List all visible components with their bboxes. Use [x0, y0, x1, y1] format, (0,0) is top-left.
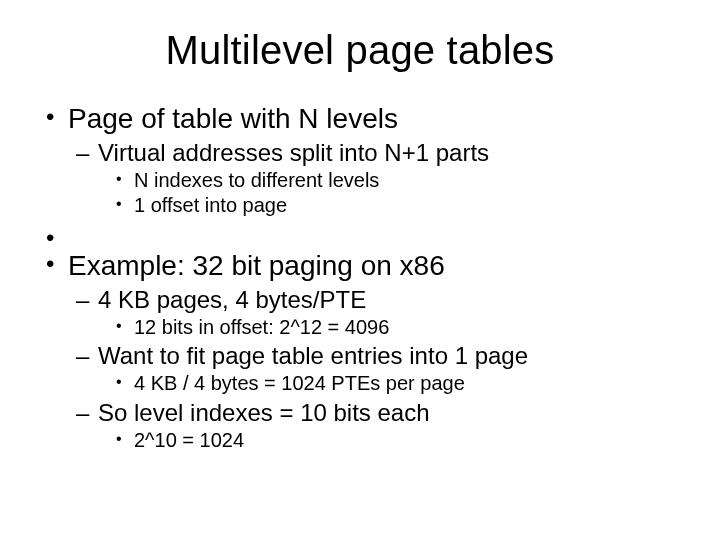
bullet-l3: 4 KB / 4 bytes = 1024 PTEs per page — [112, 371, 680, 395]
bullet-l2: Want to fit page table entries into 1 pa… — [72, 341, 680, 395]
bullet-list: Page of table with N levels Virtual addr… — [40, 101, 680, 452]
bullet-text: Want to fit page table entries into 1 pa… — [98, 342, 528, 369]
bullet-l3: 1 offset into page — [112, 193, 680, 217]
bullet-l2: Virtual addresses split into N+1 parts N… — [72, 138, 680, 218]
bullet-text: 4 KB / 4 bytes = 1024 PTEs per page — [134, 372, 465, 394]
bullet-text: 4 KB pages, 4 bytes/PTE — [98, 286, 366, 313]
bullet-text: Example: 32 bit paging on x86 — [68, 250, 445, 281]
spacer — [40, 222, 680, 244]
bullet-list-l2: Virtual addresses split into N+1 parts N… — [68, 138, 680, 218]
bullet-list-l3: N indexes to different levels 1 offset i… — [98, 168, 680, 218]
bullet-l3: N indexes to different levels — [112, 168, 680, 192]
bullet-text: Virtual addresses split into N+1 parts — [98, 139, 489, 166]
bullet-list-l2: 4 KB pages, 4 bytes/PTE 12 bits in offse… — [68, 285, 680, 452]
bullet-text: 2^10 = 1024 — [134, 429, 244, 451]
slide-title: Multilevel page tables — [40, 28, 680, 73]
bullet-list-l3: 2^10 = 1024 — [98, 428, 680, 452]
bullet-text: Page of table with N levels — [68, 103, 398, 134]
bullet-text: N indexes to different levels — [134, 169, 379, 191]
bullet-l1: Page of table with N levels Virtual addr… — [40, 101, 680, 218]
bullet-text: 12 bits in offset: 2^12 = 4096 — [134, 316, 389, 338]
bullet-l3: 12 bits in offset: 2^12 = 4096 — [112, 315, 680, 339]
slide: Multilevel page tables Page of table wit… — [0, 0, 720, 540]
bullet-list-l3: 4 KB / 4 bytes = 1024 PTEs per page — [98, 371, 680, 395]
bullet-text: So level indexes = 10 bits each — [98, 399, 430, 426]
bullet-l1: Example: 32 bit paging on x86 4 KB pages… — [40, 248, 680, 452]
bullet-list-l3: 12 bits in offset: 2^12 = 4096 — [98, 315, 680, 339]
bullet-l2: 4 KB pages, 4 bytes/PTE 12 bits in offse… — [72, 285, 680, 339]
bullet-l3: 2^10 = 1024 — [112, 428, 680, 452]
bullet-l2: So level indexes = 10 bits each 2^10 = 1… — [72, 398, 680, 452]
bullet-text: 1 offset into page — [134, 194, 287, 216]
